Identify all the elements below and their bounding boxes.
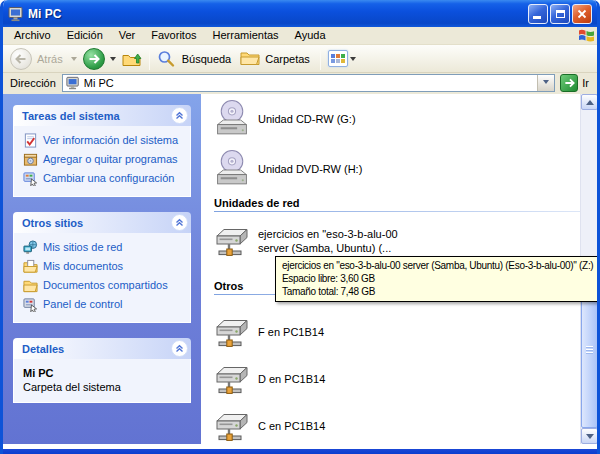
task-pane: Tareas del sistema Ver información del s… — [3, 94, 201, 444]
panel-body: Mis sitios de red Mis documentos Documen… — [13, 233, 191, 323]
views-dropdown-icon — [350, 57, 356, 64]
chevron-up-icon[interactable] — [171, 107, 188, 124]
details-item-description: Carpeta del sistema — [23, 381, 187, 393]
window-bottom-border — [3, 449, 597, 454]
link-cambiar-una-configuracion[interactable]: Cambiar una configuración — [23, 171, 187, 186]
drive-item-f-pc1b14[interactable]: F en PC1B14 — [201, 308, 597, 355]
close-button[interactable] — [572, 4, 592, 24]
toolbar: Atrás Búsqueda Carpetas — [3, 45, 597, 73]
computer-icon — [66, 76, 80, 90]
forward-button[interactable] — [80, 47, 108, 71]
search-button[interactable]: Búsqueda — [154, 49, 238, 69]
scrollbar-grip — [586, 346, 593, 354]
panel-body: Mi PC Carpeta del sistema — [13, 359, 191, 403]
drive-label: F en PC1B14 — [258, 325, 324, 339]
drive-tooltip: ejercicios en "eso-3-b-alu-00 server (Sa… — [275, 256, 600, 302]
tooltip-title: ejercicios en "eso-3-b-alu-00 server (Sa… — [282, 259, 593, 272]
panel-title: Otros sitios — [22, 217, 171, 229]
network-drive-icon — [214, 407, 250, 445]
go-button[interactable] — [560, 74, 578, 92]
go-label: Ir — [582, 77, 589, 89]
panel-title: Tareas del sistema — [22, 110, 171, 122]
panel-title: Detalles — [22, 343, 171, 355]
computer-icon — [8, 6, 24, 22]
panel-otros-sitios: Otros sitios Mis sitios de red — [13, 212, 191, 323]
add-remove-programs-icon — [23, 152, 38, 167]
views-button[interactable] — [325, 49, 362, 68]
network-drive-icon — [214, 222, 250, 260]
up-folder-icon — [122, 50, 142, 68]
tooltip-total-size: Tamaño total: 7,48 GB — [282, 285, 593, 298]
windows-logo-icon — [578, 27, 595, 44]
menu-archivo[interactable]: Archivo — [6, 27, 59, 44]
forward-dropdown-icon[interactable] — [110, 57, 116, 64]
network-drive-icon — [214, 360, 250, 398]
shared-documents-icon — [23, 278, 38, 293]
change-setting-icon — [23, 171, 38, 186]
address-dropdown-button[interactable] — [537, 75, 554, 91]
panel-header-otros-sitios[interactable]: Otros sitios — [13, 212, 191, 233]
drive-label: C en PC1B14 — [258, 419, 325, 433]
folder-icon — [240, 50, 260, 68]
maximize-button[interactable] — [550, 4, 570, 24]
menu-ver[interactable]: Ver — [111, 27, 144, 44]
panel-body: Ver información del sistema Agregar o qu… — [13, 126, 191, 197]
back-arrow-icon — [10, 48, 32, 70]
search-label: Búsqueda — [182, 53, 232, 65]
titlebar: Mi PC — [3, 0, 597, 27]
back-label: Atrás — [37, 53, 63, 65]
address-input[interactable]: Mi PC — [62, 74, 555, 92]
link-mis-documentos[interactable]: Mis documentos — [23, 259, 187, 274]
chevron-down-icon — [543, 80, 549, 87]
network-drive-icon — [214, 313, 250, 351]
menu-ayuda[interactable]: Ayuda — [287, 27, 334, 44]
chevron-up-icon[interactable] — [171, 340, 188, 357]
chevron-up-icon[interactable] — [171, 214, 188, 231]
close-icon — [577, 9, 587, 19]
scroll-down-button[interactable] — [581, 428, 597, 444]
up-button[interactable] — [119, 49, 145, 69]
drive-item-c-pc1b14[interactable]: C en PC1B14 — [201, 402, 597, 444]
link-agregar-o-quitar-programas[interactable]: Agregar o quitar programas — [23, 152, 187, 167]
details-item-name: Mi PC — [23, 367, 187, 379]
back-dropdown-icon[interactable] — [71, 57, 77, 64]
search-icon — [157, 50, 177, 68]
address-label: Dirección — [10, 77, 56, 89]
drive-item-dvd-rw[interactable]: Unidad DVD-RW (H:) — [201, 144, 597, 194]
folders-label: Carpetas — [265, 53, 310, 65]
folders-button[interactable]: Carpetas — [237, 49, 316, 69]
drive-item-d-pc1b14[interactable]: D en PC1B14 — [201, 355, 597, 402]
minimize-button[interactable] — [528, 4, 548, 24]
cd-drive-icon — [214, 100, 250, 138]
address-value: Mi PC — [84, 77, 114, 89]
addressbar: Dirección Mi PC Ir — [3, 73, 597, 94]
panel-tareas-del-sistema: Tareas del sistema Ver información del s… — [13, 105, 191, 197]
system-info-icon — [23, 133, 38, 148]
network-places-icon — [23, 240, 38, 255]
drive-label: Unidad CD-RW (G:) — [258, 112, 356, 126]
menubar: Archivo Edición Ver Favoritos Herramient… — [3, 27, 597, 45]
back-button[interactable]: Atrás — [7, 47, 69, 71]
drive-label: ejercicios en "eso-3-b-alu-00server (Sam… — [258, 227, 398, 255]
panel-header-detalles[interactable]: Detalles — [13, 338, 191, 359]
scroll-up-button[interactable] — [581, 94, 597, 110]
drive-item-cd-rw[interactable]: Unidad CD-RW (G:) — [201, 94, 597, 144]
scroll-up-icon — [586, 96, 594, 105]
menu-herramientas[interactable]: Herramientas — [205, 27, 287, 44]
link-panel-de-control[interactable]: Panel de control — [23, 297, 187, 312]
scroll-down-icon — [586, 434, 594, 443]
menu-edicion[interactable]: Edición — [59, 27, 111, 44]
toolbar-separator — [149, 48, 150, 70]
group-title: Unidades de red — [214, 197, 589, 211]
group-header-unidades-de-red: Unidades de red — [201, 194, 597, 212]
panel-header-tareas[interactable]: Tareas del sistema — [13, 105, 191, 126]
menu-favoritos[interactable]: Favoritos — [143, 27, 204, 44]
forward-arrow-icon — [83, 48, 105, 70]
panel-detalles: Detalles Mi PC Carpeta del sistema — [13, 338, 191, 403]
minimize-icon — [533, 16, 541, 19]
drive-label: Unidad DVD-RW (H:) — [258, 162, 362, 176]
link-documentos-compartidos[interactable]: Documentos compartidos — [23, 278, 187, 293]
link-mis-sitios-de-red[interactable]: Mis sitios de red — [23, 240, 187, 255]
views-grid-icon — [328, 50, 348, 67]
link-ver-informacion-del-sistema[interactable]: Ver información del sistema — [23, 133, 187, 148]
